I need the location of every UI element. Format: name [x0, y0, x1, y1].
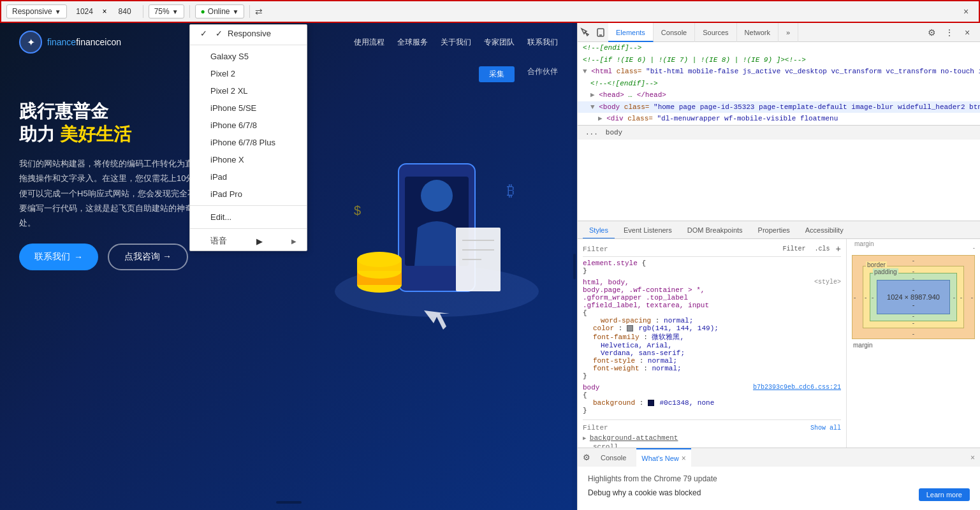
- nav-link-process[interactable]: 使用流程: [354, 37, 384, 48]
- html-line-head[interactable]: ▶ <head> … </head>: [578, 89, 980, 101]
- tab-sources[interactable]: Sources: [695, 23, 736, 42]
- add-style-button[interactable]: +: [836, 245, 841, 254]
- size-separator: ×: [103, 7, 107, 16]
- color-swatch: [627, 325, 633, 332]
- computed-filter-section: Show all ▶ background-attachment scroll …: [583, 419, 841, 448]
- styles-content: Filter .cls + element.style { }: [578, 239, 980, 448]
- box-model-margin: - - - - border - - - -: [852, 255, 975, 339]
- dropdown-item-ipad[interactable]: iPad: [190, 168, 307, 186]
- dropdown-item-iphone-x[interactable]: iPhone X: [190, 151, 307, 168]
- box-model-size: 1024 × 8987.940: [887, 293, 940, 301]
- devtools-close-button[interactable]: ×: [960, 25, 975, 40]
- panel-tab-styles[interactable]: Styles: [583, 221, 615, 239]
- responsive-label: Responsive: [12, 7, 52, 16]
- nav-link-global[interactable]: 全球服务: [397, 37, 428, 48]
- html-line-html-open[interactable]: ▼ <html class= "bit-html mobile-false js…: [578, 66, 980, 78]
- svg-text:₿: ₿: [507, 182, 515, 199]
- dropdown-separator-1: [190, 45, 307, 45]
- dropdown-item-responsive[interactable]: ✓ Responsive: [190, 25, 307, 42]
- nav-link-team[interactable]: 专家团队: [484, 37, 515, 48]
- computed-val-bg-attachment: scroll: [583, 443, 841, 448]
- close-console-panel-button[interactable]: ×: [970, 453, 975, 462]
- box-model-padding: padding - - - - - 1024 × 8987.940: [870, 273, 957, 321]
- computed-filter-input[interactable]: [583, 424, 810, 432]
- body-bg-swatch: [648, 400, 654, 406]
- consult-button[interactable]: 点我咨询 →: [108, 244, 188, 270]
- nav-link-partner[interactable]: 合作伙伴: [527, 66, 558, 82]
- panel-tab-dom-breakpoints[interactable]: DOM Breakpoints: [681, 221, 749, 239]
- nav-link-contact[interactable]: 联系我们: [527, 37, 558, 48]
- tab-network[interactable]: Network: [737, 23, 779, 42]
- console-settings-icon[interactable]: ⚙: [583, 453, 590, 462]
- close-whats-new-button[interactable]: ×: [682, 449, 686, 467]
- tab-more[interactable]: »: [779, 23, 798, 42]
- dropdown-item-edit[interactable]: Edit...: [190, 208, 307, 226]
- svg-text:$: $: [354, 203, 361, 217]
- whats-new-tab[interactable]: What's New ×: [636, 448, 691, 467]
- dropdown-arrow-icon: ▼: [55, 8, 61, 15]
- resize-handle[interactable]: [572, 23, 577, 510]
- hov-button[interactable]: Filter: [780, 244, 809, 254]
- dropdown-item-pixel-2-xl[interactable]: Pixel 2 XL: [190, 82, 307, 99]
- breadcrumb-body[interactable]: body: [603, 127, 625, 138]
- tab-elements[interactable]: Elements: [608, 23, 654, 42]
- css-rules-pane: Filter .cls + element.style { }: [578, 239, 846, 448]
- panel-tab-accessibility[interactable]: Accessibility: [799, 221, 850, 239]
- dom-breadcrumb: ... body: [578, 125, 980, 140]
- css-source-link[interactable]: b7b2393c9eb…cdc6.css:21: [753, 384, 841, 391]
- devtools-settings-button[interactable]: ⚙: [924, 25, 939, 40]
- nav-link-collect[interactable]: 采集: [479, 66, 515, 82]
- box-model-content: - 1024 × 8987.940 -: [877, 280, 950, 314]
- device-toggle-button[interactable]: [593, 25, 608, 40]
- online-selector-button[interactable]: ● Online ▼: [195, 4, 245, 18]
- dropdown-item-pixel-2[interactable]: Pixel 2: [190, 65, 307, 82]
- whats-new-title: Highlights from the Chrome 79 update: [588, 474, 970, 483]
- site-logo: ✦ financefinanceicon: [19, 31, 121, 54]
- devtools-more-button[interactable]: ⋮: [942, 25, 957, 40]
- height-input[interactable]: [112, 7, 138, 16]
- dropdown-item-iphone-5se[interactable]: iPhone 5/SE: [190, 99, 307, 117]
- close-emulation-button[interactable]: ×: [958, 4, 974, 19]
- computed-prop-bg-attachment[interactable]: ▶ background-attachment: [583, 433, 841, 443]
- zoom-selector-button[interactable]: 75% ▼: [149, 4, 184, 18]
- online-indicator: ●: [201, 7, 205, 16]
- dropdown-item-galaxy-s5[interactable]: Galaxy S5: [190, 48, 307, 65]
- hero-illustration: ₿ $: [316, 100, 558, 342]
- dropdown-item-iphone-678-plus[interactable]: iPhone 6/7/8 Plus: [190, 134, 307, 151]
- inspect-element-button[interactable]: [578, 25, 593, 40]
- device-selector-button[interactable]: Responsive ▼: [6, 4, 67, 18]
- css-rule-element-style: element.style { }: [583, 259, 841, 275]
- css-rule-body: body b7b2393c9eb…cdc6.css:21 { backgroun…: [583, 384, 841, 414]
- margin-outer-label: margin: [852, 342, 975, 349]
- css-rule-html-body: html, body, <style> body.page, .wf-conta…: [583, 279, 841, 380]
- svg-point-8: [357, 252, 402, 267]
- cls-button[interactable]: .cls: [812, 244, 833, 254]
- dropdown-item-ipad-pro[interactable]: iPad Pro: [190, 186, 307, 203]
- nav-link-about[interactable]: 关于我们: [441, 37, 471, 48]
- dropdown-item-iphone-678[interactable]: iPhone 6/7/8: [190, 117, 307, 134]
- panel-tab-properties[interactable]: Properties: [752, 221, 796, 239]
- logo-icon: ✦: [19, 31, 42, 54]
- html-line-ie-comment: <!--[if !(IE 6) | !(IE 7) | !(IE 8) | !(…: [578, 54, 980, 66]
- contact-button[interactable]: 联系我们 →: [19, 244, 98, 270]
- rotate-button[interactable]: ⇄: [255, 6, 263, 17]
- html-line-body[interactable]: ▼ <body class= "home page page-id-35323 …: [578, 101, 980, 113]
- styles-filter-input[interactable]: [583, 245, 777, 253]
- toolbar-divider-3: [249, 5, 250, 18]
- submenu-arrow-icon: ▶: [256, 237, 263, 246]
- whats-new-item-1: Debug why a cookie was blocked Learn mor…: [588, 488, 970, 497]
- logo-text: financefinanceicon: [47, 37, 121, 47]
- scrollbar-indicator: [276, 501, 302, 504]
- breadcrumb-ellipsis[interactable]: ...: [583, 127, 601, 138]
- online-arrow-icon: ▼: [233, 8, 239, 15]
- dropdown-item-voice[interactable]: 语音 ▶: [190, 231, 307, 251]
- zoom-arrow-icon: ▼: [172, 8, 179, 15]
- learn-more-button[interactable]: Learn more: [919, 488, 970, 501]
- show-all-button[interactable]: Show all: [810, 425, 841, 432]
- panel-tab-event-listeners[interactable]: Event Listeners: [617, 221, 678, 239]
- html-line-div[interactable]: ▶ <div class= "dl-menuwrapper wf-mobile-…: [578, 113, 980, 125]
- hero-subtitle: 我们的网站构建器，将传统的编码工作转化为直观的拖拽操作和文字录入。在这里，您仅需…: [19, 156, 210, 231]
- tab-console[interactable]: Console: [654, 23, 695, 42]
- console-tab[interactable]: Console: [596, 448, 631, 467]
- width-input[interactable]: [72, 7, 98, 16]
